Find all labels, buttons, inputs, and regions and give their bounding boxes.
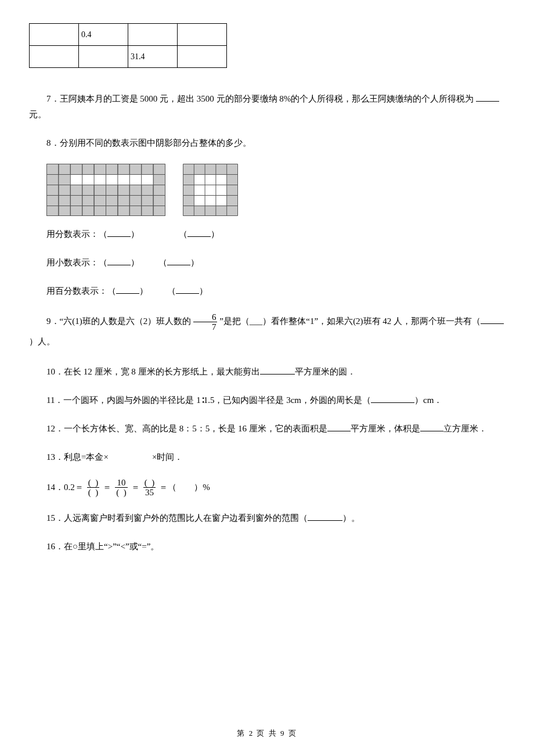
question-12: 12．一个长方体长、宽、高的比是 8：5：5，长是 16 厘米，它的表面积是平方… [29, 421, 505, 437]
question-11: 11．一个圆环，内圆与外圆的半径比是 1∶1.5，已知内圆半径是 3cm，外圆的… [29, 393, 505, 408]
svg-rect-43 [194, 175, 227, 206]
table-row: 0.4 [30, 24, 227, 46]
page-footer: 第 2 页 共 9 页 [0, 726, 534, 740]
paren-close: ） [199, 286, 208, 296]
q8-fraction-line: 用分数表示：（） （） [46, 226, 505, 242]
cell: 31.4 [128, 46, 178, 68]
q9-text-c: ）人。 [29, 337, 55, 346]
question-14: 14．0.2＝ ( ) ( ) ＝ 10 ( ) ＝ ( ) 35 ＝（ ）% [46, 478, 505, 498]
fraction-blank-blank: ( ) ( ) [87, 478, 100, 498]
fraction-blank-35: ( ) 35 [143, 478, 156, 498]
grid-svg-2 [183, 164, 238, 216]
fill-blank[interactable] [420, 423, 443, 431]
fill-blank[interactable] [371, 394, 414, 403]
question-7: 7．王阿姨本月的工资是 5000 元，超出 3500 元的部分要缴纳 8%的个人… [29, 91, 505, 123]
cell [178, 24, 227, 46]
q10-text-b: 平方厘米的圆． [295, 367, 356, 376]
fill-blank[interactable] [327, 423, 351, 431]
grid-figure-2 [183, 164, 238, 216]
question-16: 16．在○里填上“>”“<”或“=”。 [29, 539, 505, 555]
fill-blank[interactable] [107, 228, 131, 237]
cell [178, 46, 227, 68]
cell [128, 24, 178, 46]
paren-open: （ [167, 286, 176, 296]
fill-blank[interactable] [260, 366, 295, 375]
grid-figure-1 [46, 164, 165, 216]
fill-blank[interactable] [107, 257, 131, 265]
fraction-10-blank: 10 ( ) [115, 478, 128, 498]
q12-text-b: 平方厘米，体积是 [351, 424, 420, 433]
q9-text-b: ”是把（___）看作整体“1”，如果六(2)班有 42 人，那两个班一共有（ [219, 316, 481, 326]
question-9: 9．“六(1)班的人数是六（2）班人数的 6 7 ”是把（___）看作整体“1”… [29, 312, 505, 351]
cell: 0.4 [79, 24, 128, 46]
q9-text-a: 9．“六(1)班的人数是六（2）班人数的 [46, 316, 191, 326]
equals-sign: ＝ [103, 480, 111, 495]
fraction-denominator: 7 [193, 322, 218, 332]
q8-decimal-line: 用小数表示：（） （） [46, 255, 505, 271]
question-10: 10．在长 12 厘米，宽 8 厘米的长方形纸上，最大能剪出平方厘米的圆． [29, 364, 505, 380]
fill-blank[interactable] [187, 228, 211, 237]
paren-open: （ [158, 258, 167, 267]
svg-rect-42 [227, 164, 238, 216]
fill-blank[interactable] [176, 285, 199, 294]
q14-suffix: ＝（ ）% [159, 480, 210, 495]
label: 用百分数表示：（ [46, 286, 116, 296]
fraction-numerator-blank[interactable]: ( ) [143, 478, 156, 488]
q15-text-b: ）。 [342, 513, 360, 523]
q14-prefix: 14．0.2＝ [46, 480, 84, 495]
fraction-denominator: 35 [143, 488, 156, 498]
question-15: 15．人远离窗户时看到窗户外的范围比人在窗户边看到窗外的范围（）。 [29, 510, 505, 526]
fraction-denominator-blank[interactable]: ( ) [87, 488, 100, 498]
q7-text-a: 7．王阿姨本月的工资是 5000 元，超出 3500 元的部分要缴纳 8%的个人… [46, 94, 474, 103]
label: 用分数表示：（ [46, 229, 107, 239]
question-13: 13．利息=本金× ×时间． [29, 449, 505, 465]
fraction-denominator-blank[interactable]: ( ) [115, 488, 128, 498]
question-8-intro: 8．分别用不同的数表示图中阴影部分占整体的多少。 [29, 135, 505, 151]
paren-close: ） [211, 229, 219, 239]
cell [79, 46, 128, 68]
fraction-6-7: 6 7 [193, 312, 218, 332]
q10-text-a: 10．在长 12 厘米，宽 8 厘米的长方形纸上，最大能剪出 [46, 367, 260, 376]
q15-text-a: 15．人远离窗户时看到窗户外的范围比人在窗户边看到窗外的范围（ [46, 513, 308, 523]
svg-rect-26 [59, 175, 70, 185]
fill-blank[interactable] [476, 93, 499, 102]
q8-percent-line: 用百分数表示：（） （） [46, 283, 505, 299]
cell [30, 24, 79, 46]
q12-text-a: 12．一个长方体长、宽、高的比是 8：5：5，长是 16 厘米，它的表面积是 [46, 424, 327, 433]
grid-svg-1 [46, 164, 165, 216]
q11-text-a: 11．一个圆环，内圆与外圆的半径比是 1∶1.5，已知内圆半径是 3cm，外圆的… [46, 395, 371, 405]
q8-figures [46, 164, 505, 216]
fraction-numerator-blank[interactable]: ( ) [87, 478, 100, 488]
svg-rect-41 [183, 164, 194, 216]
fill-blank[interactable] [481, 315, 504, 324]
fill-blank[interactable] [308, 512, 342, 521]
paren-close: ） [190, 258, 199, 267]
paren-close: ） [139, 286, 148, 296]
paren-close: ） [131, 258, 139, 267]
paren-open: （ [179, 229, 187, 239]
data-table-fragment: 0.4 31.4 [29, 23, 227, 68]
q11-text-b: ）cm． [414, 395, 442, 405]
paren-close: ） [131, 229, 139, 239]
table-row: 31.4 [30, 46, 227, 68]
fill-blank[interactable] [167, 257, 190, 265]
q12-text-c: 立方厘米． [443, 424, 487, 433]
fraction-numerator: 10 [115, 478, 128, 488]
fraction-numerator: 6 [193, 312, 218, 323]
q7-text-b: 元。 [29, 110, 46, 119]
equals-sign: ＝ [131, 480, 140, 495]
cell [30, 46, 79, 68]
fill-blank[interactable] [116, 285, 139, 294]
label: 用小数表示：（ [46, 258, 107, 267]
